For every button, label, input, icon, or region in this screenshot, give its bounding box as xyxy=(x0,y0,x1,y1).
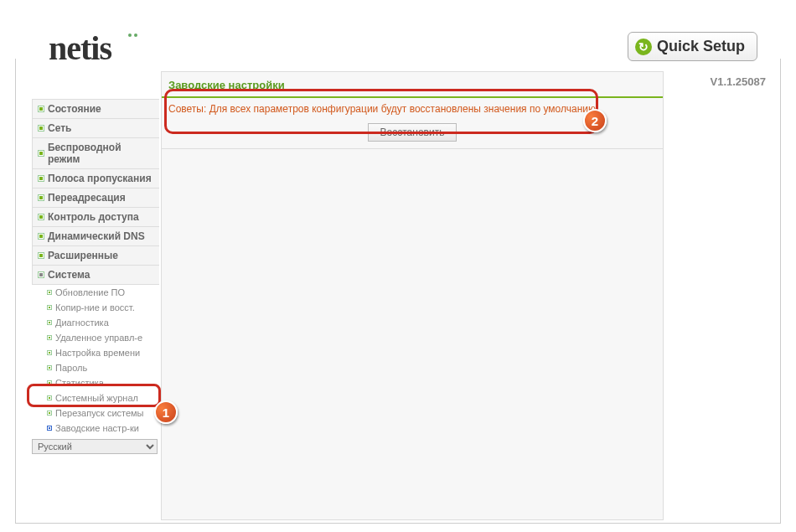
sub-label: Копир-ние и восст. xyxy=(55,302,135,312)
bullet-icon xyxy=(47,426,52,431)
sidebar-label: Переадресация xyxy=(48,192,126,204)
bullet-icon xyxy=(47,411,52,416)
sidebar-item-wireless[interactable]: Беспроводной режим xyxy=(32,138,159,169)
sidebar-label: Контроль доступа xyxy=(48,211,139,223)
sub-remote[interactable]: Удаленное управл-е xyxy=(44,330,159,345)
bullet-icon xyxy=(47,305,52,310)
logo: netis xyxy=(49,28,111,68)
sub-label: Обновление ПО xyxy=(55,287,125,297)
sub-diagnostics[interactable]: Диагностика xyxy=(44,315,159,330)
sub-firmware[interactable]: Обновление ПО xyxy=(44,285,159,300)
sub-label: Перезапуск системы xyxy=(55,408,144,418)
bullet-icon xyxy=(38,125,44,132)
quick-setup-button[interactable]: ↻ Quick Setup xyxy=(628,32,757,61)
sidebar-label: Беспроводной режим xyxy=(48,142,154,165)
bullet-icon xyxy=(38,252,44,259)
sub-statistics[interactable]: Статистика xyxy=(44,375,159,390)
sub-label: Удаленное управл-е xyxy=(55,333,142,343)
bullet-icon xyxy=(47,380,52,385)
bullet-icon xyxy=(38,194,44,201)
bullet-icon xyxy=(38,271,44,278)
bullet-icon xyxy=(38,214,44,220)
sidebar-item-bandwidth[interactable]: Полоса пропускания xyxy=(32,169,159,189)
sidebar: Состояние Сеть Беспроводной режим Полоса… xyxy=(32,99,159,454)
sidebar-item-status[interactable]: Состояние xyxy=(32,99,159,119)
logo-text: netis xyxy=(49,29,111,67)
bullet-icon xyxy=(47,365,52,370)
bullet-icon xyxy=(47,335,52,340)
firmware-version: V1.1.25087 xyxy=(710,75,766,88)
bullet-icon xyxy=(38,175,44,182)
sidebar-label: Полоса пропускания xyxy=(48,173,152,184)
page-title: Заводские настройки xyxy=(162,77,663,98)
sub-label: Системный журнал xyxy=(55,393,138,403)
sub-label: Диагностика xyxy=(55,318,109,328)
sidebar-label: Динамический DNS xyxy=(48,230,145,242)
quick-setup-icon: ↻ xyxy=(635,39,652,55)
bullet-icon xyxy=(47,350,52,355)
bullet-icon xyxy=(38,106,44,112)
language-select[interactable]: Русский xyxy=(32,439,158,454)
sidebar-label: Сеть xyxy=(48,122,71,134)
sub-time[interactable]: Настройка времени xyxy=(44,345,159,360)
bullet-icon xyxy=(47,290,52,295)
sub-label: Настройка времени xyxy=(55,348,140,358)
sub-factory[interactable]: Заводские настр-ки xyxy=(44,421,159,436)
bullet-icon xyxy=(38,150,44,157)
sidebar-item-ddns[interactable]: Динамический DNS xyxy=(32,227,159,246)
sidebar-item-advanced[interactable]: Расширенные xyxy=(32,246,159,266)
bullet-icon xyxy=(38,233,44,240)
system-submenu: Обновление ПО Копир-ние и восст. Диагнос… xyxy=(32,285,159,439)
sidebar-item-network[interactable]: Сеть xyxy=(32,119,159,138)
sub-reboot[interactable]: Перезапуск системы xyxy=(44,405,159,421)
sub-label: Статистика xyxy=(55,378,104,388)
quick-setup-label: Quick Setup xyxy=(657,38,745,55)
sub-syslog[interactable]: Системный журнал xyxy=(44,390,159,405)
language-select-wrap: Русский xyxy=(32,439,158,454)
sidebar-item-access[interactable]: Контроль доступа xyxy=(32,208,159,227)
main-panel: Заводские настройки Советы: Для всех пар… xyxy=(161,71,664,520)
restore-button[interactable]: Восстановить xyxy=(368,123,457,142)
sidebar-item-forwarding[interactable]: Переадресация xyxy=(32,189,159,208)
bullet-icon xyxy=(47,320,52,325)
sidebar-label: Состояние xyxy=(48,103,101,115)
sub-label: Пароль xyxy=(55,363,87,373)
bullet-icon xyxy=(47,395,52,400)
sidebar-label: Система xyxy=(48,269,90,281)
sidebar-item-system[interactable]: Система xyxy=(32,266,159,285)
sub-password[interactable]: Пароль xyxy=(44,360,159,375)
sub-label: Заводские настр-ки xyxy=(55,423,139,433)
advice-text: Советы: Для всех параметров конфигурации… xyxy=(162,98,663,120)
sidebar-label: Расширенные xyxy=(48,250,118,261)
restore-row: Восстановить xyxy=(162,120,663,149)
sub-backup[interactable]: Копир-ние и восст. xyxy=(44,300,159,315)
